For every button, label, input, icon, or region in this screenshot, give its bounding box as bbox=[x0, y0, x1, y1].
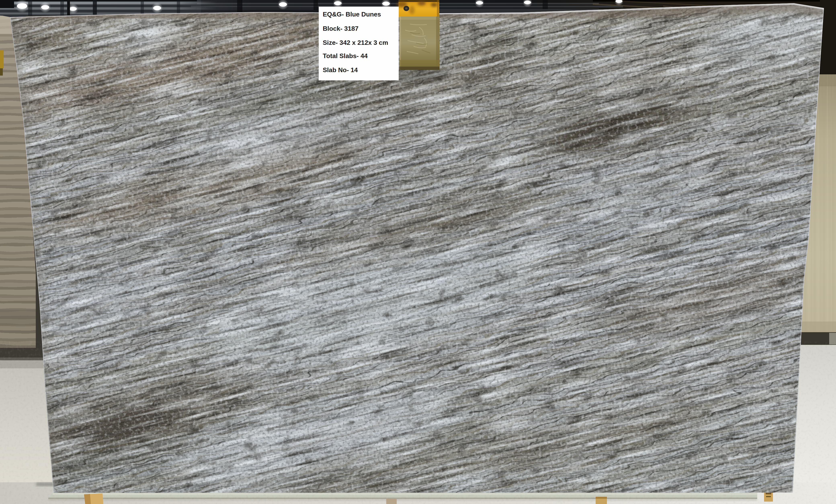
svg-text:Slab No- 14: Slab No- 14 bbox=[323, 66, 358, 74]
svg-text:EQ&G- Blue Dunes: EQ&G- Blue Dunes bbox=[323, 11, 381, 18]
svg-text:Size- 342 x 212x 3 cm: Size- 342 x 212x 3 cm bbox=[323, 39, 388, 46]
svg-text:Total Slabs- 44: Total Slabs- 44 bbox=[323, 52, 368, 59]
svg-text:Block- 3187: Block- 3187 bbox=[323, 25, 359, 32]
